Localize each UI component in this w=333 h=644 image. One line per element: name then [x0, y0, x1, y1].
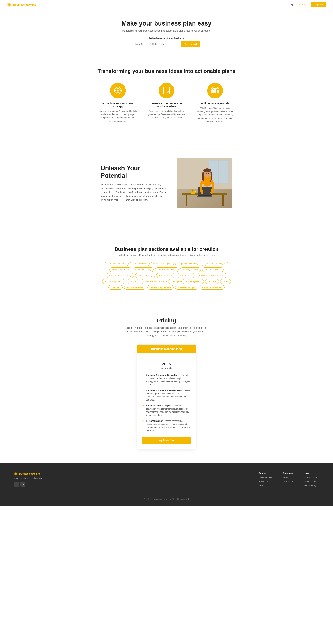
tag-item[interactable]: Sales forecast	[177, 273, 195, 278]
unleash-inner: Unleash Your Potential Whether you're a …	[71, 144, 262, 222]
tag-item[interactable]: PESTEL Analysis	[202, 268, 224, 272]
feature-finance-title: Build Financial Models	[196, 102, 234, 105]
transform-section: Transforming your business ideas into ac…	[0, 54, 333, 134]
footer-link-contact[interactable]: Contact Us	[283, 480, 293, 483]
niche-input[interactable]	[133, 41, 181, 48]
tag-item[interactable]: Pricing strategy	[135, 273, 155, 278]
tags-container: Promotion channelsSWOT analysisProfit an…	[99, 262, 234, 290]
footer-legal-title: Legal	[304, 472, 319, 474]
footer-link-faq[interactable]: FAQ	[259, 484, 273, 486]
hero-subtitle: Transforming your business ideas into ac…	[3, 29, 330, 32]
footer-logo-text: Business machine	[19, 472, 40, 475]
target-icon	[114, 86, 122, 95]
svg-text:$: $	[217, 88, 218, 89]
woman-desk-illustration	[177, 158, 232, 208]
tag-item[interactable]: Risk Management	[124, 285, 146, 290]
tag-item[interactable]: SWOT analysis	[130, 262, 149, 266]
tag-item[interactable]: Funding Requirements	[147, 285, 174, 290]
footer-logo: Business machine	[14, 472, 42, 476]
tag-item[interactable]: Production process	[102, 279, 125, 284]
tag-item[interactable]: Fulfillment and service	[141, 279, 167, 284]
feature-finance-desc: With BusinessMachine's financial modelin…	[196, 106, 234, 123]
footer-link-documentation[interactable]: Documentation	[259, 476, 273, 479]
tag-item[interactable]: Target audience analysis	[175, 262, 203, 266]
signup-button[interactable]: Sign Up	[311, 2, 326, 7]
tag-item[interactable]: Promotion channels	[105, 262, 128, 266]
feature-finance: $ $ Build Financial Models With Business…	[196, 83, 234, 123]
hero-section: Make your business plan easy Transformin…	[0, 9, 333, 54]
tag-item[interactable]: Company history	[133, 268, 154, 272]
pricing-card-header: Business Machine Plan	[137, 345, 196, 353]
unleash-title: Unleash Your Potential	[101, 164, 166, 179]
bp-subtitle: Unlock the Power of Proven Strategies wi…	[7, 254, 326, 256]
feature-strategy: Formulate Your Business Strategy You can…	[99, 83, 137, 123]
linkedin-icon[interactable]: in	[20, 482, 25, 487]
get-started-button[interactable]: Get started	[181, 41, 200, 47]
check-icon: ✓	[142, 389, 144, 392]
footer-link-helpcenter[interactable]: Help Center	[259, 480, 273, 483]
footer-link-refund[interactable]: Refund Policy	[304, 484, 319, 486]
tag-item[interactable]: Structure	[205, 279, 219, 284]
svg-rect-16	[214, 88, 216, 93]
footer-columns: Support Documentation Help Center FAQ Co…	[259, 472, 319, 488]
pricing-feature-text: Ability to Share a Project: Collaborate …	[146, 404, 191, 417]
pricing-amount: 26 $	[142, 358, 191, 367]
check-icon: ✓	[142, 420, 144, 423]
unleash-image	[177, 158, 232, 208]
pricing-currency: $	[169, 362, 171, 366]
features-grid: Formulate Your Business Strategy You can…	[88, 83, 245, 123]
tag-item[interactable]: Staffing Plan	[168, 279, 185, 284]
svg-rect-30	[222, 195, 224, 206]
svg-point-35	[191, 189, 195, 191]
svg-point-41	[206, 173, 207, 174]
svg-rect-17	[217, 90, 219, 93]
tag-item[interactable]: Roadmap	[108, 285, 123, 290]
footer-socials: f in	[14, 482, 42, 487]
svg-point-40	[191, 194, 195, 195]
help-link[interactable]: Help	[289, 3, 294, 6]
tag-item[interactable]: Sales channels	[156, 273, 175, 278]
footer-link-terms[interactable]: Terms of Service	[304, 480, 319, 483]
tag-item[interactable]: Buildings and constructions	[197, 273, 227, 278]
signin-button[interactable]: Sign In	[296, 2, 309, 7]
feature-strategy-desc: You can leverage our AI-powered tools to…	[99, 110, 137, 123]
tag-item[interactable]: Supplier	[127, 279, 139, 284]
facebook-icon[interactable]: f	[14, 482, 19, 487]
bp-title: Business plan sections available for cre…	[7, 246, 326, 252]
tag-item[interactable]: Product/Service strategy	[106, 273, 134, 278]
tag-item[interactable]: Management	[186, 279, 204, 284]
tag-item[interactable]: Competitor analysis	[205, 262, 228, 266]
svg-rect-29	[186, 195, 187, 206]
svg-rect-27	[219, 160, 228, 183]
pricing-card: Business Machine Plan 26 $ per month ✓ U…	[137, 344, 196, 449]
svg-point-39	[203, 168, 211, 172]
try-free-button[interactable]: Try it for free	[142, 437, 191, 444]
tag-item[interactable]: Goals	[220, 279, 231, 284]
logo-text: Business machine	[13, 3, 36, 6]
footer-support-title: Support	[259, 472, 273, 474]
footer-link-about[interactable]: About	[283, 476, 293, 479]
pricing-period: per month	[142, 367, 191, 370]
feature-plans-desc: It's as easy as a few clicks. Our platfo…	[147, 110, 186, 120]
hero-form-label: Write the niche of your business	[3, 37, 330, 40]
tag-item[interactable]: Industry Analysis	[180, 268, 201, 272]
tag-item[interactable]: Profit and loss plan	[151, 262, 174, 266]
tag-item[interactable]: Return on investment	[200, 285, 225, 290]
svg-text:$: $	[212, 88, 213, 89]
hero-title: Make your business plan easy	[3, 20, 330, 27]
tag-item[interactable]: Goods and services	[155, 268, 179, 272]
unleash-section: Unleash Your Potential Whether you're a …	[0, 134, 333, 232]
footer-company-title: Company	[283, 472, 293, 474]
pricing-features: ✓ Unlimited Number of Generations: Gener…	[142, 374, 191, 432]
tag-item[interactable]: Mission statement	[109, 268, 131, 272]
footer-logo-icon	[14, 472, 18, 476]
footer-link-privacy[interactable]: Privacy Policy	[304, 476, 319, 479]
tag-item[interactable]: Breakeven analysis	[175, 285, 198, 290]
footer-company-col: Company About Contact Us	[283, 472, 293, 488]
pricing-feature-title: Ability to Share a Project:	[146, 404, 171, 407]
check-icon: ✓	[142, 374, 144, 377]
pricing-feature-item: ✓ Unlimited Number of Generations: Gener…	[142, 374, 191, 386]
pricing-title: Pricing	[7, 318, 326, 324]
pricing-subtitle: Unlock premium features, personalized su…	[125, 326, 208, 338]
logo[interactable]: Business machine	[7, 2, 36, 7]
